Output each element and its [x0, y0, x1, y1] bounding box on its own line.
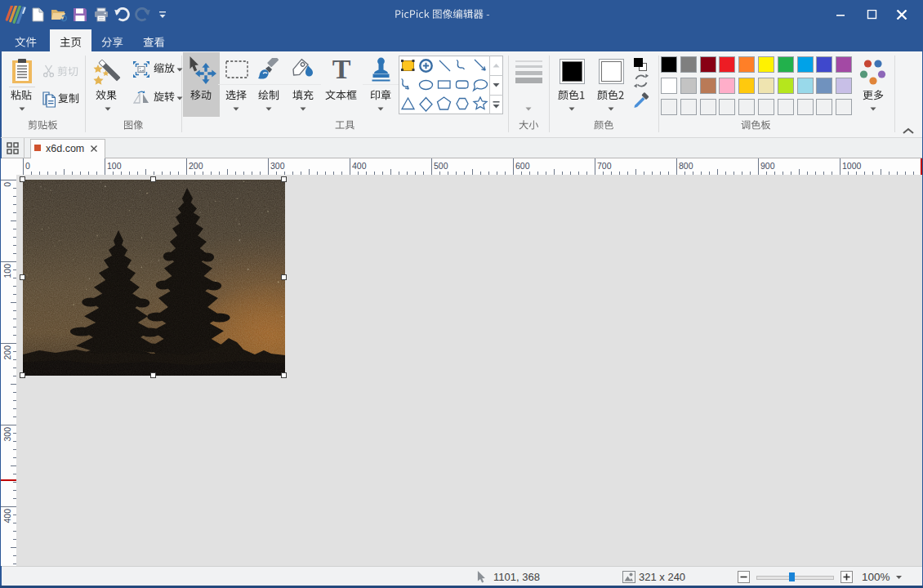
svg-text:300: 300: [270, 161, 285, 171]
svg-text:900: 900: [760, 161, 775, 171]
svg-text:400: 400: [2, 509, 12, 523]
svg-text:100: 100: [2, 264, 12, 278]
svg-text:200: 200: [189, 161, 203, 171]
svg-text:T: T: [332, 57, 351, 82]
svg-text:500: 500: [434, 161, 448, 171]
svg-text:600: 600: [515, 161, 530, 171]
svg-text:400: 400: [352, 161, 367, 171]
svg-text:700: 700: [597, 161, 612, 171]
svg-text:300: 300: [2, 427, 12, 442]
svg-text:800: 800: [679, 161, 693, 171]
svg-text:0: 0: [2, 182, 12, 187]
svg-text:100: 100: [107, 161, 122, 171]
svg-text:0: 0: [25, 161, 30, 171]
svg-text:1000: 1000: [842, 161, 862, 171]
svg-text:200: 200: [2, 345, 12, 360]
